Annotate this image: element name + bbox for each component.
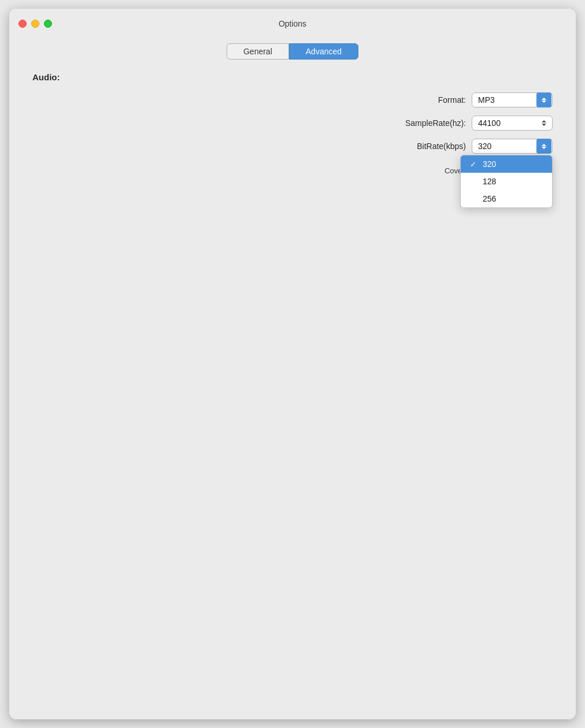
title-bar: Options [9,9,576,39]
tab-general[interactable]: General [227,43,289,60]
bitrate-value[interactable]: 320 [472,139,553,154]
content-area: Audio: Format: MP3 SampleRate(hz): 44100 [9,66,576,189]
window-title: Options [279,19,306,28]
checkmark-icon: ✓ [470,160,478,169]
format-label: Format: [438,95,466,105]
bitrate-dropdown: ✓ 320 128 256 [460,155,553,208]
bitrate-label: BitRate(kbps) [417,142,466,151]
format-row: Format: MP3 [32,92,553,107]
bitrate-option-256-label: 256 [483,194,496,203]
sample-rate-row: SampleRate(hz): 44100 [32,116,553,131]
close-button[interactable] [18,20,27,28]
bitrate-option-128[interactable]: 128 [461,173,552,190]
bitrate-option-128-label: 128 [483,177,496,186]
window: Options General Advanced Audio: Format: … [9,9,576,719]
sample-rate-select-wrapper: 44100 [472,116,553,131]
audio-section-label: Audio: [32,72,553,82]
sample-rate-value[interactable]: 44100 [472,116,553,131]
tab-advanced[interactable]: Advanced [289,43,358,60]
minimize-button[interactable] [31,20,39,28]
bitrate-option-256[interactable]: 256 [461,190,552,207]
bitrate-select-wrapper: 320 ✓ 320 128 [472,139,553,154]
tab-bar: General Advanced [9,39,576,66]
sample-rate-label: SampleRate(hz): [405,118,466,128]
maximize-button[interactable] [44,20,52,28]
traffic-lights [18,20,52,28]
bitrate-row: BitRate(kbps) 320 ✓ 320 128 [32,139,553,154]
bitrate-option-320-label: 320 [483,159,496,169]
format-value[interactable]: MP3 [472,92,553,107]
format-select-wrapper: MP3 [472,92,553,107]
bitrate-option-320[interactable]: ✓ 320 [461,155,552,173]
